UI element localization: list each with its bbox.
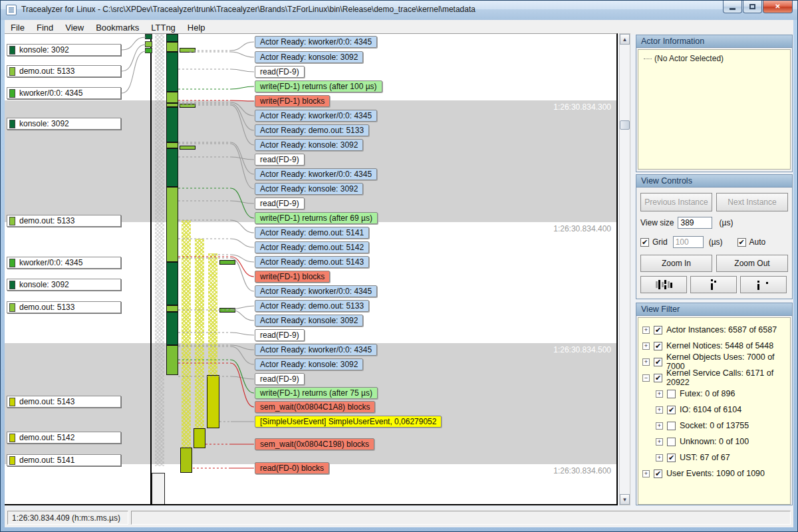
filter-checkbox[interactable]: ✔ [654,326,662,334]
actor-label[interactable]: demo.out: 5141 [7,454,121,466]
fragment-bar[interactable] [219,308,235,313]
execution-bar[interactable] [180,448,192,473]
menu-help[interactable]: Help [182,21,211,34]
event-label-plain[interactable]: read(FD-9) [255,373,305,385]
actor-label[interactable]: kworker/0:0: 4345 [7,257,121,269]
tree-expander[interactable]: + [642,470,650,477]
event-label-block[interactable]: read(FD-0) blocks [255,462,329,474]
event-label-ready[interactable]: Actor Ready: konsole: 3092 [255,358,363,370]
event-label-ready[interactable]: Actor Ready: konsole: 3092 [255,183,363,195]
tree-expander[interactable]: + [656,454,663,462]
actor-label[interactable]: demo.out: 5142 [7,432,121,444]
event-label-plain[interactable]: read(FD-9) [255,66,305,78]
execution-segment[interactable] [166,52,178,92]
actor-label[interactable]: demo.out: 5143 [7,396,121,408]
event-label-return[interactable]: write(FD-1) returns (after 75 µs) [255,387,378,399]
tree-expander[interactable]: + [656,406,663,414]
trace-vertical-scrollbar[interactable]: ▲ ▼ [619,33,630,505]
event-label-ready[interactable]: Actor Ready: kworker/0:0: 4345 [255,36,377,48]
filter-checkbox[interactable] [667,422,676,430]
tree-expander[interactable]: + [656,438,663,446]
scroll-thumb[interactable] [620,120,630,130]
auto-checkbox[interactable]: ✔ [737,238,746,247]
scroll-down-arrow[interactable]: ▼ [620,494,630,505]
filter-checkbox[interactable]: ✔ [654,358,662,366]
menu-find[interactable]: Find [31,21,59,34]
filter-checkbox[interactable]: ✔ [667,406,676,414]
tree-expander[interactable]: + [642,342,650,350]
actor-label[interactable]: kworker/0:0: 4345 [7,87,121,99]
execution-segment[interactable] [166,142,178,148]
actor-label[interactable]: demo.out: 5133 [7,65,121,77]
actor-label[interactable]: konsole: 3092 [7,279,121,291]
view-mode-compact-button[interactable] [690,276,737,293]
event-label-ready[interactable]: Actor Ready: konsole: 3092 [255,51,363,63]
event-label-plain[interactable]: read(FD-9) [255,329,305,341]
actor-label[interactable]: konsole: 3092 [7,118,121,130]
event-label-ready[interactable]: Actor Ready: kworker/0:0: 4345 [255,344,377,356]
event-label-ready[interactable]: Actor Ready: demo.out: 5142 [255,241,369,253]
filter-checkbox[interactable]: ✔ [667,454,676,462]
event-label-block[interactable]: write(FD-1) blocks [255,95,330,107]
event-label-ready[interactable]: Actor Ready: kworker/0:0: 4345 [255,285,377,297]
event-label-ready[interactable]: Actor Ready: demo.out: 5141 [255,227,369,239]
view-mode-minimal-button[interactable] [740,276,787,293]
zoom-out-button[interactable]: Zoom Out [716,255,788,272]
filter-checkbox[interactable]: ✔ [654,342,662,350]
execution-segment[interactable] [166,42,178,52]
tree-expander[interactable]: − [642,374,650,382]
fragment-bar[interactable] [180,146,196,150]
actor-label[interactable]: demo.out: 5133 [7,215,121,227]
view-mode-columns-button[interactable] [640,276,687,293]
execution-segment[interactable] [166,187,178,262]
event-label-ready[interactable]: Actor Ready: demo.out: 5143 [255,256,369,268]
tree-expander[interactable]: + [642,327,650,334]
tree-expander[interactable]: + [656,390,663,398]
event-label-block[interactable]: write(FD-1) blocks [255,271,330,283]
event-label-block[interactable]: sem_wait(0x0804C198) blocks [255,438,374,450]
filter-checkbox[interactable] [667,390,676,398]
previous-instance-button[interactable]: Previous Instance [640,193,712,211]
event-label-ready[interactable]: Actor Ready: konsole: 3092 [255,139,363,151]
event-label-plain[interactable]: read(FD-9) [255,198,305,209]
minimize-button[interactable] [723,0,742,13]
execution-bar[interactable] [207,375,219,428]
event-label-ready[interactable]: Actor Ready: demo.out: 5133 [255,124,369,136]
tree-expander[interactable]: + [656,422,663,430]
execution-segment[interactable] [166,262,178,305]
grid-size-input[interactable] [673,236,704,248]
execution-segment[interactable] [166,107,178,142]
menu-file[interactable]: File [5,21,31,34]
event-label-return[interactable]: write(FD-1) returns (after 100 µs) [255,80,382,92]
execution-segment[interactable] [166,305,178,312]
event-label-block[interactable]: sem_wait(0x0804C1A8) blocks [255,401,375,413]
fragment-bar[interactable] [219,260,235,265]
trace-timeline-view[interactable]: 1:26:30.834.3001:26:30.834.4001:26:30.83… [5,33,618,505]
event-label-ready[interactable]: Actor Ready: demo.out: 5133 [255,300,369,312]
fragment-bar[interactable] [180,48,196,53]
menu-lttng[interactable]: LTTng [145,21,182,34]
menu-view[interactable]: View [59,21,90,34]
filter-checkbox[interactable] [667,438,676,446]
execution-segment[interactable] [166,148,178,187]
scroll-up-arrow[interactable]: ▲ [620,34,630,45]
filter-checkbox[interactable]: ✔ [654,469,662,478]
event-label-user[interactable]: [SimpleUserEvent] SimpleUserEvent, 0,062… [255,416,442,428]
tree-expander[interactable]: + [642,358,650,366]
event-label-plain[interactable]: read(FD-9) [255,154,305,166]
event-label-ready[interactable]: Actor Ready: konsole: 3092 [255,315,363,327]
execution-segment[interactable] [166,92,178,103]
event-label-ready[interactable]: Actor Ready: kworker/0:0: 4345 [255,110,377,122]
fragment-bar[interactable] [180,104,196,108]
zoom-in-button[interactable]: Zoom In [640,255,712,272]
menu-bookmarks[interactable]: Bookmarks [90,21,145,34]
filter-checkbox[interactable]: ✔ [654,374,662,382]
actor-label[interactable]: konsole: 3092 [7,44,121,56]
grid-checkbox[interactable]: ✔ [640,238,649,247]
event-label-ready[interactable]: Actor Ready: kworker/0:0: 4345 [255,168,377,180]
execution-bar[interactable] [194,428,205,448]
next-instance-button[interactable]: Next Instance [716,193,788,211]
execution-segment[interactable] [166,34,178,42]
view-size-input[interactable] [678,217,712,229]
maximize-button[interactable] [743,0,762,13]
